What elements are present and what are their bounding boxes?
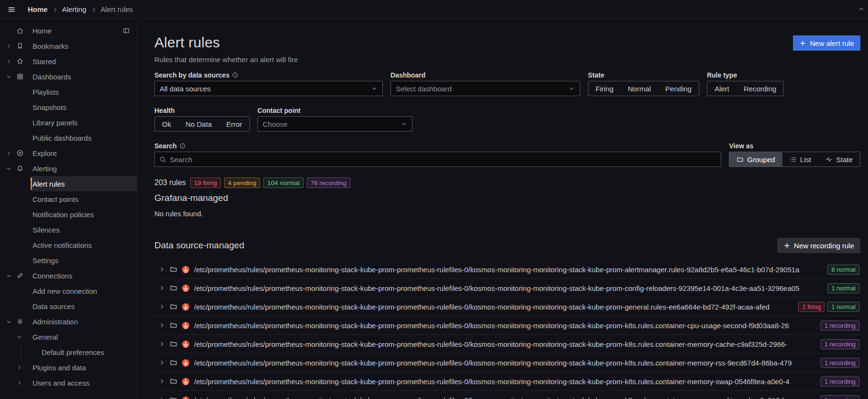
chevron-down-icon[interactable] bbox=[6, 273, 12, 279]
recording-count-badge: 76 recording bbox=[307, 177, 350, 188]
chevron-down-icon[interactable] bbox=[6, 74, 12, 80]
no-rules-message: No rules found. bbox=[154, 210, 860, 218]
filter-contact-point: Contact point Choose bbox=[258, 107, 412, 132]
chevron-right-icon[interactable] bbox=[159, 341, 165, 347]
dashboard-select[interactable]: Select dashboard bbox=[391, 81, 580, 96]
plus-icon bbox=[783, 242, 791, 249]
sidebar-item-playlists[interactable]: Playlists bbox=[0, 84, 137, 100]
chevron-down-icon[interactable] bbox=[6, 319, 12, 325]
rule-group-row[interactable]: /etc/prometheus/rules/prometheus-monitor… bbox=[154, 260, 860, 279]
sidebar-item-data-sources[interactable]: Data sources bbox=[0, 299, 137, 314]
sidebar-item-public-dashboards[interactable]: Public dashboards bbox=[0, 130, 137, 145]
view-as-option-state[interactable]: State bbox=[818, 152, 860, 166]
status-badge: 2 firing bbox=[798, 302, 825, 312]
prometheus-icon bbox=[182, 321, 190, 330]
chevron-right-icon[interactable] bbox=[6, 150, 12, 156]
chevron-down-icon[interactable] bbox=[16, 334, 22, 340]
chevron-right-icon[interactable] bbox=[16, 380, 22, 386]
breadcrumb-home[interactable]: Home bbox=[28, 5, 48, 13]
rule-group-row[interactable]: /etc/prometheus/rules/prometheus-monitor… bbox=[154, 279, 860, 298]
rule-group-path[interactable]: /etc/prometheus/rules/prometheus-monitor… bbox=[194, 266, 823, 274]
rule-group-row[interactable]: /etc/prometheus/rules/prometheus-monitor… bbox=[154, 391, 860, 399]
sidebar-item-notification-policies[interactable]: Notification policies bbox=[0, 207, 137, 222]
status-badge: 1 recording bbox=[821, 395, 859, 399]
rule-group-path[interactable]: /etc/prometheus/rules/prometheus-monitor… bbox=[194, 340, 816, 348]
sidebar-item-dashboards[interactable]: Dashboards bbox=[0, 69, 137, 84]
view-as-radio-group: Grouped List State bbox=[729, 152, 860, 167]
rule-group-path[interactable]: /etc/prometheus/rules/prometheus-monitor… bbox=[194, 377, 816, 386]
sidebar-item-silences[interactable]: Silences bbox=[0, 222, 137, 237]
sidebar-item-bookmarks[interactable]: Bookmarks bbox=[0, 38, 137, 54]
state-option-firing[interactable]: Firing bbox=[588, 81, 621, 96]
sidebar-item-default-preferences[interactable]: Default preferences bbox=[0, 344, 137, 360]
menu-icon[interactable] bbox=[8, 6, 15, 13]
sidebar-item-snapshots[interactable]: Snapshots bbox=[0, 100, 137, 115]
breadcrumb-alerting[interactable]: Alerting bbox=[62, 5, 87, 13]
rule-group-path[interactable]: /etc/prometheus/rules/prometheus-monitor… bbox=[194, 284, 823, 292]
chevron-right-icon[interactable] bbox=[6, 43, 12, 49]
chevron-right-icon[interactable] bbox=[159, 322, 165, 329]
folder-icon bbox=[170, 321, 177, 329]
rule-group-row[interactable]: /etc/prometheus/rules/prometheus-monitor… bbox=[154, 298, 860, 316]
data-source-select[interactable]: All data sources bbox=[154, 81, 383, 96]
chevron-right-icon[interactable] bbox=[159, 359, 165, 366]
sidebar-item-explore[interactable]: Explore bbox=[0, 145, 137, 161]
rule-group-path[interactable]: /etc/prometheus/rules/prometheus-monitor… bbox=[194, 396, 816, 399]
rule-group-row[interactable]: /etc/prometheus/rules/prometheus-monitor… bbox=[154, 354, 860, 372]
rule-group-path[interactable]: /etc/prometheus/rules/prometheus-monitor… bbox=[194, 359, 816, 367]
sidebar-item-settings[interactable]: Settings bbox=[0, 253, 137, 268]
contact-point-select[interactable]: Choose bbox=[258, 116, 412, 132]
sidebar-item-alert-rules[interactable]: Alert rules bbox=[0, 176, 137, 191]
sidebar-item-starred[interactable]: Starred bbox=[0, 54, 137, 69]
rule-type-option-alert[interactable]: Alert bbox=[707, 81, 737, 96]
sidebar-item-plugins-and-data[interactable]: Plugins and data bbox=[0, 360, 137, 375]
sidebar-item-library-panels[interactable]: Library panels bbox=[0, 115, 137, 130]
home-icon bbox=[16, 27, 24, 34]
sidebar-item-add-new-connection[interactable]: Add new connection bbox=[0, 283, 137, 299]
rule-group-row[interactable]: /etc/prometheus/rules/prometheus-monitor… bbox=[154, 316, 860, 335]
sidebar-item-administration[interactable]: Administration bbox=[0, 314, 137, 329]
chevron-right-icon[interactable] bbox=[159, 285, 165, 291]
new-alert-rule-button[interactable]: New alert rule bbox=[793, 35, 860, 51]
state-option-normal[interactable]: Normal bbox=[621, 81, 658, 96]
sidebar-item-contact-points[interactable]: Contact points bbox=[0, 191, 137, 207]
health-option-ok[interactable]: Ok bbox=[155, 117, 178, 131]
view-as-option-grouped[interactable]: Grouped bbox=[729, 152, 782, 166]
chevron-right-icon[interactable] bbox=[6, 58, 12, 65]
top-bar: Home Alerting Alert rules bbox=[0, 0, 868, 19]
dashboards-grid-icon bbox=[16, 73, 24, 80]
chevron-down-icon bbox=[568, 85, 575, 92]
chevron-right-icon[interactable] bbox=[159, 303, 165, 310]
rules-count: 203 rules bbox=[154, 178, 186, 187]
folder-icon bbox=[170, 284, 177, 292]
sidebar: Home Bookmarks Starred Dashboards Playli… bbox=[0, 19, 137, 399]
sidebar-item-users-and-access[interactable]: Users and access bbox=[0, 375, 137, 390]
chevron-right-icon[interactable] bbox=[159, 378, 165, 385]
filter-dashboard: Dashboard Select dashboard bbox=[391, 71, 580, 96]
sidebar-item-general[interactable]: General bbox=[0, 329, 137, 344]
sidebar-item-home[interactable]: Home bbox=[0, 23, 137, 38]
health-option-nodata[interactable]: No Data bbox=[178, 117, 219, 131]
rule-group-row[interactable]: /etc/prometheus/rules/prometheus-monitor… bbox=[154, 372, 860, 391]
rule-type-option-recording[interactable]: Recording bbox=[737, 81, 783, 96]
search-input[interactable] bbox=[170, 155, 716, 164]
page-subtitle: Rules that determine whether an alert wi… bbox=[154, 55, 298, 64]
rule-group-path[interactable]: /etc/prometheus/rules/prometheus-monitor… bbox=[194, 303, 794, 311]
rule-group-path[interactable]: /etc/prometheus/rules/prometheus-monitor… bbox=[194, 321, 816, 330]
sidebar-item-connections[interactable]: Connections bbox=[0, 268, 137, 283]
chevron-right-icon[interactable] bbox=[159, 266, 165, 273]
rule-group-row[interactable]: /etc/prometheus/rules/prometheus-monitor… bbox=[154, 335, 860, 354]
chevron-right-icon[interactable] bbox=[16, 365, 22, 371]
chevron-up-icon[interactable] bbox=[857, 5, 865, 13]
chevron-down-icon[interactable] bbox=[6, 166, 12, 172]
chevron-right-icon[interactable] bbox=[159, 397, 165, 399]
sidebar-item-alerting[interactable]: Alerting bbox=[0, 161, 137, 176]
folder-icon bbox=[170, 359, 177, 366]
grafana-app: Home Alerting Alert rules Home Bookmarks… bbox=[0, 0, 868, 399]
health-option-error[interactable]: Error bbox=[219, 117, 249, 131]
new-recording-rule-button[interactable]: New recording rule bbox=[777, 238, 860, 253]
dock-sidebar-icon[interactable] bbox=[122, 27, 130, 34]
view-as-option-list[interactable]: List bbox=[782, 152, 818, 166]
sidebar-item-active-notifications[interactable]: Active notifications bbox=[0, 237, 137, 253]
state-option-pending[interactable]: Pending bbox=[658, 81, 699, 96]
